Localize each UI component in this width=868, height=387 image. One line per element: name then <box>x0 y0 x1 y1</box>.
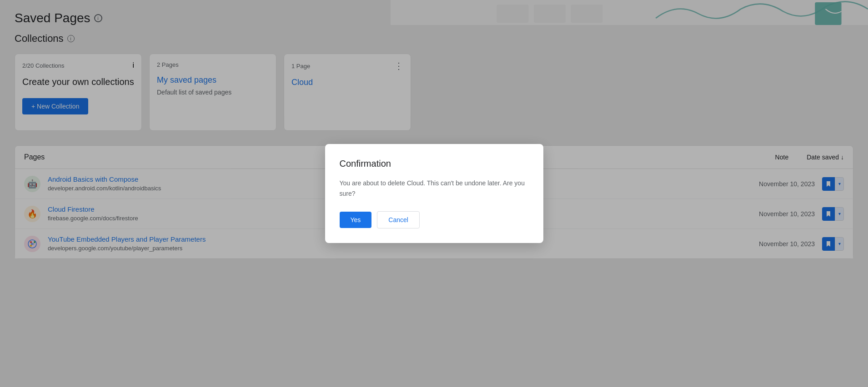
modal-title: Confirmation <box>340 159 529 169</box>
modal-yes-button[interactable]: Yes <box>340 212 372 228</box>
confirmation-modal: Confirmation You are about to delete Clo… <box>325 144 543 243</box>
modal-overlay: Confirmation You are about to delete Clo… <box>0 0 868 387</box>
modal-message: You are about to delete Cloud. This can'… <box>340 178 529 198</box>
modal-cancel-button[interactable]: Cancel <box>377 211 420 228</box>
modal-actions: Yes Cancel <box>340 211 529 228</box>
